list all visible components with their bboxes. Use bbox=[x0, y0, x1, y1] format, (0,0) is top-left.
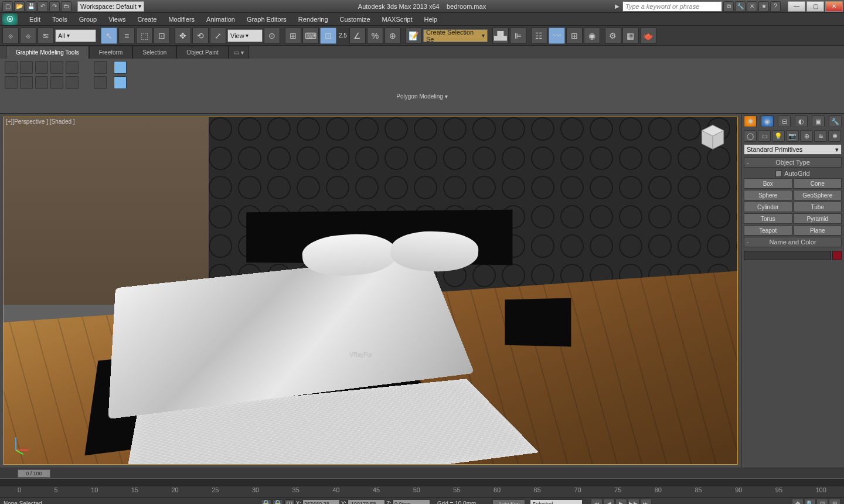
mirror-icon[interactable]: ▟▙ bbox=[492, 28, 509, 44]
selection-filter-dropdown[interactable]: All ▾ bbox=[55, 29, 96, 42]
object-type-rollout[interactable]: -Object Type bbox=[744, 157, 842, 168]
menu-maxscript[interactable]: MAXScript bbox=[376, 13, 418, 26]
render-setup-icon[interactable]: ⚙ bbox=[605, 28, 621, 44]
maximize-button[interactable]: ▢ bbox=[806, 1, 824, 12]
ribbon-btn[interactable] bbox=[50, 61, 63, 74]
plane-button[interactable]: Plane bbox=[794, 225, 842, 236]
next-frame-icon[interactable]: ▶▶ bbox=[628, 499, 639, 505]
material-editor-icon[interactable]: ◉ bbox=[584, 28, 600, 44]
signin-icon[interactable]: ✕ bbox=[747, 1, 757, 12]
workspace-dropdown[interactable]: Workspace: Default ▾ bbox=[77, 1, 144, 12]
scale-icon[interactable]: ⤢ bbox=[210, 28, 226, 44]
minimize-button[interactable]: — bbox=[788, 1, 805, 12]
window-crossing-icon[interactable]: ⊡ bbox=[154, 28, 170, 44]
unlink-icon[interactable]: ⟐ bbox=[20, 28, 36, 44]
ribbon-btn[interactable] bbox=[20, 76, 33, 89]
curve-editor-icon[interactable]: 〰 bbox=[549, 28, 565, 44]
key-icon[interactable]: 🔧 bbox=[735, 1, 746, 12]
spinner-snap-icon[interactable]: ⊕ bbox=[384, 28, 401, 44]
viewport[interactable]: VRayFur bbox=[3, 117, 738, 465]
systems-icon[interactable]: ✱ bbox=[828, 130, 841, 142]
modify-tab-icon[interactable]: ◉ bbox=[761, 115, 774, 127]
menu-graph-editors[interactable]: Graph Editors bbox=[241, 13, 292, 26]
zoom-region-icon[interactable]: ⊞ bbox=[829, 499, 840, 505]
snap-toggle-icon[interactable]: ⊡ bbox=[320, 28, 336, 44]
ribbon-btn[interactable] bbox=[35, 76, 48, 89]
autokey-button[interactable]: Auto Key bbox=[492, 499, 525, 505]
select-link-icon[interactable]: ⟐ bbox=[2, 28, 19, 44]
object-name-input[interactable] bbox=[744, 251, 831, 260]
save-icon[interactable]: 💾 bbox=[26, 1, 36, 12]
menu-edit[interactable]: Edit bbox=[23, 13, 46, 26]
teapot-button[interactable]: Teapot bbox=[744, 225, 792, 236]
select-region-icon[interactable]: ⬚ bbox=[136, 28, 152, 44]
ribbon-btn[interactable] bbox=[50, 76, 63, 89]
spacewarps-icon[interactable]: ≋ bbox=[814, 130, 827, 142]
menu-group[interactable]: Group bbox=[73, 13, 103, 26]
tab-object-paint[interactable]: Object Paint bbox=[176, 46, 228, 59]
align-icon[interactable]: ⊫ bbox=[510, 28, 526, 44]
viewport-label[interactable]: [+][Perspective ] [Shaded ] bbox=[6, 118, 75, 125]
percent-snap-icon[interactable]: % bbox=[367, 28, 383, 44]
open-icon[interactable]: 📂 bbox=[14, 1, 25, 12]
shapes-icon[interactable]: ⬭ bbox=[758, 130, 771, 142]
layer-manager-icon[interactable]: ☷ bbox=[531, 28, 547, 44]
select-object-icon[interactable]: ↖ bbox=[101, 28, 117, 44]
new-icon[interactable]: ▢ bbox=[2, 1, 13, 12]
ribbon-btn[interactable] bbox=[94, 76, 107, 89]
render-frame-icon[interactable]: ▦ bbox=[622, 28, 639, 44]
autogrid-checkbox[interactable]: AutoGrid bbox=[741, 169, 844, 178]
ribbon-overflow-icon[interactable]: ▭ ▾ bbox=[229, 46, 249, 59]
y-coord-input[interactable]: -199179.58 bbox=[348, 499, 385, 505]
redo-icon[interactable]: ↷ bbox=[49, 1, 60, 12]
schematic-view-icon[interactable]: ⊞ bbox=[566, 28, 583, 44]
tab-selection[interactable]: Selection bbox=[132, 46, 176, 59]
display-tab-icon[interactable]: ▣ bbox=[812, 115, 825, 127]
track-bar[interactable] bbox=[0, 478, 844, 486]
edit-named-sel-icon[interactable]: 📝 bbox=[406, 28, 422, 44]
render-icon[interactable]: 🫖 bbox=[640, 28, 656, 44]
tab-graphite-modeling[interactable]: Graphite Modeling Tools bbox=[6, 46, 89, 59]
undo-icon[interactable]: ↶ bbox=[38, 1, 48, 12]
move-icon[interactable]: ✥ bbox=[175, 28, 191, 44]
menu-tools[interactable]: Tools bbox=[46, 13, 73, 26]
goto-start-icon[interactable]: ⏮ bbox=[591, 499, 603, 505]
selection-lock-icon[interactable]: 🔒 bbox=[273, 499, 283, 505]
checkbox-icon[interactable] bbox=[775, 171, 782, 177]
x-coord-input[interactable]: 263669.28 bbox=[302, 499, 340, 505]
play-icon[interactable]: ▶ bbox=[615, 499, 627, 505]
angle-snap-icon[interactable]: ∠ bbox=[349, 28, 366, 44]
menu-customize[interactable]: Customize bbox=[334, 13, 376, 26]
close-button[interactable]: ✕ bbox=[825, 1, 843, 12]
lights-icon[interactable]: 💡 bbox=[772, 130, 785, 142]
viewcube-icon[interactable] bbox=[696, 121, 729, 154]
time-slider[interactable]: 0 / 100 bbox=[0, 468, 844, 478]
menu-views[interactable]: Views bbox=[103, 13, 131, 26]
box-button[interactable]: Box bbox=[744, 178, 792, 189]
prev-frame-icon[interactable]: ◀ bbox=[603, 499, 615, 505]
category-dropdown[interactable]: Standard Primitives▾ bbox=[744, 144, 842, 155]
cylinder-button[interactable]: Cylinder bbox=[744, 202, 792, 212]
time-slider-handle[interactable]: 0 / 100 bbox=[18, 469, 50, 478]
project-folder-icon[interactable]: 🗀 bbox=[61, 1, 72, 12]
menu-modifiers[interactable]: Modifiers bbox=[162, 13, 200, 26]
ribbon-btn[interactable] bbox=[20, 61, 33, 74]
cameras-icon[interactable]: 📷 bbox=[786, 130, 799, 142]
rotate-icon[interactable]: ⟲ bbox=[192, 28, 209, 44]
motion-tab-icon[interactable]: ◐ bbox=[795, 115, 808, 127]
help-icon[interactable]: ? bbox=[770, 1, 781, 12]
ribbon-btn[interactable] bbox=[94, 61, 107, 74]
goto-end-icon[interactable]: ⏭ bbox=[640, 499, 652, 505]
ribbon-btn[interactable] bbox=[114, 76, 127, 89]
ribbon-btn[interactable] bbox=[5, 76, 18, 89]
sphere-button[interactable]: Sphere bbox=[744, 190, 792, 200]
geometry-icon[interactable]: ◯ bbox=[744, 130, 757, 142]
helpers-icon[interactable]: ⊕ bbox=[800, 130, 813, 142]
hierarchy-tab-icon[interactable]: ⊟ bbox=[778, 115, 791, 127]
ribbon-btn[interactable] bbox=[35, 61, 48, 74]
keyboard-toggle-icon[interactable]: ⌨ bbox=[302, 28, 319, 44]
named-selection-dropdown[interactable]: Create Selection Se▾ bbox=[423, 29, 488, 42]
bind-spacewarp-icon[interactable]: ≋ bbox=[38, 28, 54, 44]
key-filter-dropdown[interactable]: Selected bbox=[530, 499, 583, 505]
name-color-rollout[interactable]: -Name and Color bbox=[744, 237, 842, 247]
